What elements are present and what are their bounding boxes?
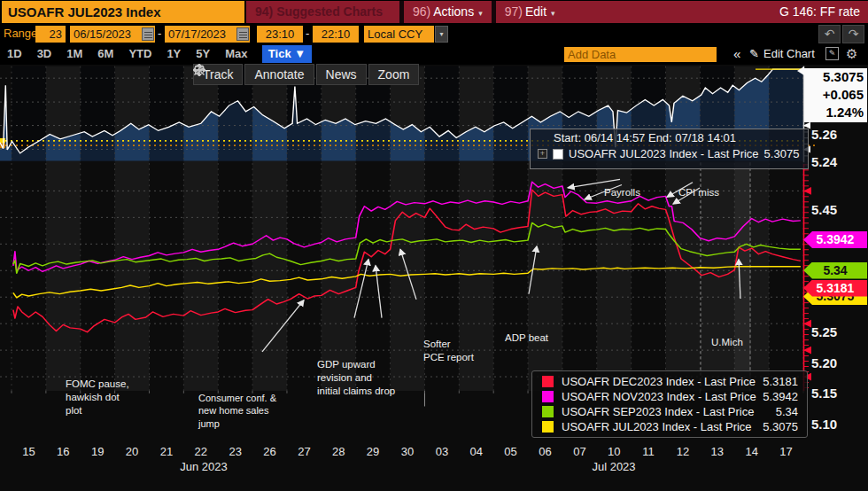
annotation-umich: U.Mich — [711, 336, 743, 349]
actions-menu-button[interactable]: 96)Actions▾ — [404, 1, 492, 23]
gear-icon[interactable]: ⚙ — [846, 44, 857, 64]
day-label: 12 — [677, 445, 689, 458]
session-stripe — [391, 66, 425, 391]
chart-settings-icon[interactable]: ✎ — [825, 47, 839, 60]
suggested-charts-button[interactable]: 94) Suggested Charts — [246, 1, 399, 23]
security-title[interactable]: USOAFR JUL2023 Index — [2, 1, 244, 23]
undo-button[interactable]: ↶ — [818, 25, 841, 43]
day-label: 07 — [573, 445, 585, 458]
edit-chart-button[interactable]: Edit Chart — [763, 44, 815, 64]
edit-menu-button[interactable]: 97)Edit▾ — [496, 1, 564, 23]
chevron-down-icon: ▾ — [551, 9, 555, 18]
add-data-input[interactable] — [564, 47, 717, 62]
tab-ytd[interactable]: YTD — [128, 44, 151, 64]
menu-bar: 94) Suggested Charts 96)Actions▾ 97)Edit… — [246, 1, 868, 23]
top-axis-label: 5.26 — [811, 127, 837, 142]
start-date-field[interactable]: 06/15/2023 — [70, 26, 155, 43]
end-date-field[interactable]: 07/17/2023 — [165, 26, 250, 43]
last-price-box: 5.3075 +0.065 1.24% — [804, 68, 867, 122]
tab-1y[interactable]: 1Y — [167, 44, 181, 64]
price-tag-nov: 5.3942 — [803, 231, 867, 248]
calendar-icon[interactable] — [142, 27, 154, 41]
day-label: 23 — [229, 445, 241, 458]
legend-value: 5.34 — [776, 405, 798, 418]
expand-icon[interactable]: + — [538, 149, 547, 159]
legend-row[interactable]: USOAFR DEC2023 Index - Last Price5.3181 — [532, 374, 807, 389]
annotation-arrow — [376, 266, 382, 318]
session-stripe-dark — [424, 66, 459, 161]
tick-period-button[interactable]: Tick ▼ — [262, 45, 312, 63]
news-button[interactable]: News — [316, 64, 367, 85]
bloomberg-chart-window: USOAFR JUL2023 Index 94) Suggested Chart… — [0, 0, 868, 491]
last-price: 5.3075 — [804, 68, 867, 86]
dash-separator: - — [158, 24, 161, 43]
period-tabs: 1D 3D 1M 6M YTD 1Y 5Y Max — [7, 44, 247, 64]
legend-swatch — [542, 406, 554, 417]
day-label: 13 — [711, 445, 724, 458]
tab-5y[interactable]: 5Y — [196, 44, 210, 64]
annotation-gdp: GDP upward revision and initial claims d… — [317, 358, 395, 398]
currency-dropdown-button[interactable]: ▾ — [435, 26, 448, 43]
legend-value: 5.3942 — [763, 390, 798, 403]
pct-change: 1.24% — [804, 104, 867, 121]
day-label: 17 — [779, 445, 792, 458]
day-label: 04 — [469, 445, 482, 458]
tab-6m[interactable]: 6M — [97, 44, 113, 64]
annotate-button[interactable]: Annotate — [244, 64, 314, 85]
main-axis-label: 5.45 — [811, 202, 837, 217]
day-label: 11 — [642, 445, 655, 458]
day-label: 19 — [91, 445, 104, 458]
day-label: 10 — [608, 445, 620, 458]
chevron-down-icon: ▾ — [478, 9, 483, 18]
start-time-field[interactable]: 23:10 — [257, 26, 303, 43]
session-stripe — [46, 66, 81, 391]
tab-1m[interactable]: 1M — [66, 44, 82, 64]
session-stripe — [115, 66, 150, 391]
pencil-icon: ✎ — [749, 44, 759, 64]
collapse-panel-button[interactable]: « — [733, 44, 740, 64]
legend-label: USOAFR DEC2023 Index - Last Price — [562, 375, 756, 388]
range-count-field[interactable]: 23 — [35, 26, 66, 43]
month-label: Jul 2023 — [592, 460, 635, 473]
tab-max[interactable]: Max — [225, 44, 247, 64]
tooltip-range-line: Start: 06/14 14:57 End: 07/18 14:01 — [538, 131, 808, 144]
gfunction-label: G 146: FF rate — [779, 1, 868, 23]
session-stripe-dark — [149, 66, 183, 161]
day-label: 03 — [436, 445, 448, 458]
annotation-fomc: FOMC pause, hawkish dot plot — [66, 378, 129, 417]
zoom-button[interactable]: Zoom — [368, 64, 420, 85]
day-label: 14 — [745, 445, 757, 458]
tab-1d[interactable]: 1D — [7, 44, 22, 64]
top-axis-label: 5.24 — [811, 154, 837, 169]
legend-value: 5.3181 — [763, 375, 798, 388]
period-row: 1D 3D 1M 6M YTD 1Y 5Y Max Tick ▼ « ✎ Edi… — [0, 44, 868, 65]
month-label: Jun 2023 — [180, 460, 228, 473]
legend-value: 5.3075 — [763, 420, 798, 433]
session-stripe — [322, 66, 356, 391]
day-label: 29 — [367, 445, 379, 458]
legend-row[interactable]: USOAFR SEP2023 Index - Last Price5.34 — [532, 404, 807, 419]
day-label: 06 — [539, 445, 551, 458]
legend-row[interactable]: USOAFR JUL2023 Index - Last Price5.3075 — [532, 419, 807, 434]
legend-row[interactable]: USOAFR NOV2023 Index - Last Price5.3942 — [532, 389, 807, 404]
annotation-payrolls: Payrolls — [604, 186, 640, 199]
calendar-icon[interactable] — [236, 27, 249, 41]
legend-swatch — [542, 391, 554, 402]
main-axis-pointer — [803, 187, 811, 195]
magnifier-icon — [193, 64, 205, 76]
redo-button[interactable]: ↷ — [842, 25, 864, 43]
day-label: 28 — [332, 445, 345, 458]
titlebar: USOAFR JUL2023 Index 94) Suggested Chart… — [0, 0, 868, 24]
end-time-field[interactable]: 22:10 — [313, 26, 359, 43]
day-label: 16 — [57, 445, 69, 458]
session-stripe-dark — [81, 66, 115, 161]
day-label: 21 — [160, 445, 173, 458]
tab-3d[interactable]: 3D — [37, 44, 52, 64]
day-label: 26 — [263, 445, 275, 458]
series-legend: USOAFR DEC2023 Index - Last Price5.3181U… — [531, 370, 808, 438]
main-axis-label: 5.10 — [811, 417, 837, 432]
currency-select[interactable]: Local CCY — [364, 26, 434, 43]
line-start-marker — [0, 138, 5, 144]
day-label: 15 — [22, 445, 35, 458]
day-label: 22 — [195, 445, 207, 458]
